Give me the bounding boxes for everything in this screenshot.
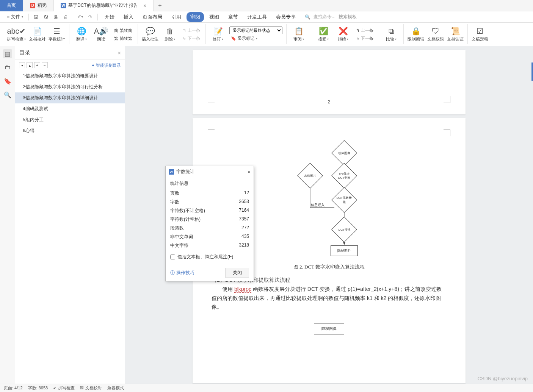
undo-icon[interactable]: ↶▾ bbox=[76, 13, 85, 21]
page-corner bbox=[208, 130, 215, 136]
doc-permission-button[interactable]: 🛡文档权限 bbox=[427, 27, 444, 42]
prev-change-button[interactable]: ↰上一条 bbox=[354, 27, 375, 34]
outline-item[interactable]: 5组内分工 bbox=[15, 114, 125, 125]
status-page[interactable]: 页面: 4/12 bbox=[4, 385, 23, 391]
file-menu-button[interactable]: ≡ 文件 ▾ bbox=[5, 13, 25, 21]
readaloud-button[interactable]: A🔊朗读 bbox=[93, 27, 110, 42]
outline-item[interactable]: 4编码及测试 bbox=[15, 103, 125, 114]
add-level-button[interactable]: + bbox=[34, 62, 40, 68]
tips-link[interactable]: ⓘ操作技巧 bbox=[170, 270, 194, 276]
redo-icon[interactable]: ↷ bbox=[86, 13, 94, 21]
status-proofread[interactable]: ☒文档校对 bbox=[80, 385, 102, 391]
tab-daoke[interactable]: D 稻壳 bbox=[23, 0, 54, 11]
daoke-icon: D bbox=[30, 3, 35, 8]
search-icon: 🔍 bbox=[305, 14, 310, 20]
proofread-icon: 📄 bbox=[33, 27, 42, 36]
spellcheck-button[interactable]: abc✔拼写检查▾ bbox=[7, 27, 26, 42]
wordcount-button[interactable]: ☰字数统计 bbox=[49, 27, 65, 42]
hamburger-icon: ≡ bbox=[7, 14, 9, 20]
search-command-input[interactable]: 查找命令... bbox=[314, 14, 335, 20]
status-spellcheck[interactable]: ✔拼写检查 bbox=[53, 385, 75, 391]
menu-insert[interactable]: 插入 bbox=[120, 12, 137, 22]
outline-item[interactable]: 3信息隐藏与数字水印算法的详细设计 bbox=[15, 92, 125, 103]
tab-home[interactable]: 首页 bbox=[0, 0, 23, 11]
doc-cert-button[interactable]: 📜文档认证 bbox=[447, 27, 464, 42]
tab-document[interactable]: W 基于DCT的信息隐藏毕业设计 报告 × bbox=[54, 0, 154, 11]
outline-item[interactable]: 2信息隐藏与数字水印算法的可行性分析 bbox=[15, 81, 125, 92]
delete-icon: 🗑 bbox=[166, 27, 174, 36]
page-2: 2 bbox=[193, 50, 466, 114]
remove-level-button[interactable]: − bbox=[42, 62, 48, 68]
save-icon[interactable]: 🖫 bbox=[32, 13, 40, 21]
close-button[interactable]: 关闭 bbox=[226, 268, 249, 278]
outline-rail-icon[interactable]: ▤ bbox=[3, 49, 12, 58]
expand-all-button[interactable]: ▴ bbox=[27, 62, 33, 68]
bookmark-rail-icon[interactable]: 🔖 bbox=[3, 77, 12, 86]
accept-button[interactable]: ✅接受▾ bbox=[315, 27, 332, 42]
prev-comment-button[interactable]: ↰上一条 bbox=[181, 27, 202, 34]
spell-icon: ✔ bbox=[53, 386, 56, 390]
menu-start[interactable]: 开始 bbox=[101, 12, 118, 22]
outline-close-icon[interactable]: × bbox=[118, 50, 121, 56]
page-number: 2 bbox=[212, 99, 447, 105]
print-preview-icon[interactable]: 🖶 bbox=[52, 13, 60, 21]
quick-print-icon[interactable]: 🖨 bbox=[61, 13, 70, 21]
reject-button[interactable]: ❌拒绝▾ bbox=[335, 27, 351, 42]
divider bbox=[73, 14, 73, 20]
next-comment-button[interactable]: ↳下一条 bbox=[181, 35, 202, 42]
outline-panel: 目录 × ▾ ▴ + − ●智能识别目录 1信息隐藏与数字水印算法的概要设计2信… bbox=[15, 46, 125, 384]
delete-comment-button[interactable]: 🗑删除▾ bbox=[161, 27, 178, 42]
search-rail-icon[interactable]: 🔍 bbox=[3, 90, 12, 99]
word-icon: W bbox=[169, 169, 174, 175]
lock-icon: 🔒 bbox=[411, 27, 421, 36]
collapse-all-button[interactable]: ▾ bbox=[19, 62, 25, 68]
s2t-icon: 繁 bbox=[114, 36, 118, 41]
menu-reference[interactable]: 引用 bbox=[168, 12, 185, 22]
translate-button[interactable]: 🌐翻译▾ bbox=[73, 27, 90, 42]
next-change-button[interactable]: ↳下一条 bbox=[354, 35, 375, 42]
status-wordcount[interactable]: 字数: 3653 bbox=[28, 385, 48, 391]
stat-row: 字符数(不计空格)7164 bbox=[170, 206, 249, 215]
smart-outline-button[interactable]: ●智能识别目录 bbox=[92, 62, 121, 68]
t2s-icon: 简 bbox=[114, 28, 118, 33]
restrict-edit-button[interactable]: 🔒限制编辑 bbox=[408, 27, 424, 42]
review-button[interactable]: 📋审阅▾ bbox=[290, 27, 307, 42]
add-tab-button[interactable]: + bbox=[154, 2, 166, 9]
outline-item[interactable]: 6心得 bbox=[15, 125, 125, 136]
prev-change-icon: ↰ bbox=[356, 28, 359, 33]
folder-rail-icon[interactable]: 🗀 bbox=[3, 63, 12, 72]
compare-button[interactable]: ⧉比较▾ bbox=[383, 27, 400, 42]
menu-view[interactable]: 视图 bbox=[205, 12, 223, 22]
dialog-close-icon[interactable]: × bbox=[248, 169, 251, 175]
insert-comment-button[interactable]: 💬插入批注 bbox=[142, 27, 158, 42]
status-bar: 页面: 4/12 字数: 3653 ✔拼写检查 ☒文档校对 兼容模式 bbox=[0, 384, 533, 392]
checkbox-input[interactable] bbox=[170, 255, 175, 259]
menu-member[interactable]: 会员专享 bbox=[272, 12, 299, 22]
track-icon: 📝 bbox=[213, 27, 223, 36]
show-marks-button[interactable]: 🔖显示标记▾ bbox=[229, 35, 282, 42]
trad-to-simp-button[interactable]: 简繁转简 bbox=[113, 27, 134, 34]
wordcount-icon: ☰ bbox=[53, 27, 60, 36]
close-icon[interactable]: × bbox=[143, 3, 146, 9]
main-area: ▤ 🗀 🔖 🔍 目录 × ▾ ▴ + − ●智能识别目录 1信息隐藏与数字水印算… bbox=[0, 46, 533, 384]
proofread-button[interactable]: 📄文档校对 bbox=[29, 27, 45, 42]
simp-to-trad-button[interactable]: 繁简转繁 bbox=[113, 35, 134, 42]
print-icon[interactable]: 🗘 bbox=[42, 13, 50, 21]
doc-final-button[interactable]: ☑文稿定稿 bbox=[472, 27, 488, 42]
track-display-select[interactable]: 显示标记的最终状态 bbox=[229, 27, 282, 34]
divider bbox=[28, 14, 29, 20]
right-edge-indicator bbox=[531, 62, 533, 81]
track-changes-button[interactable]: 📝修订▾ bbox=[210, 27, 226, 42]
menu-devtools[interactable]: 开发工具 bbox=[243, 12, 271, 22]
reject-icon: ❌ bbox=[339, 27, 348, 36]
menu-review[interactable]: 审阅 bbox=[187, 12, 204, 22]
marks-icon: 🔖 bbox=[231, 36, 236, 41]
search-template-input[interactable]: 搜索模板 bbox=[339, 14, 357, 20]
spellcheck-icon: abc✔ bbox=[7, 27, 25, 36]
embed-label: 信息嵌入 bbox=[311, 203, 325, 207]
outline-item[interactable]: 1信息隐藏与数字水印算法的概要设计 bbox=[15, 70, 125, 81]
status-compat: 兼容模式 bbox=[107, 385, 124, 391]
include-textbox-checkbox[interactable]: 包括文本框、脚注和尾注(F) bbox=[170, 254, 249, 260]
menu-chapter[interactable]: 章节 bbox=[224, 12, 242, 22]
menu-pagelayout[interactable]: 页面布局 bbox=[139, 12, 166, 22]
